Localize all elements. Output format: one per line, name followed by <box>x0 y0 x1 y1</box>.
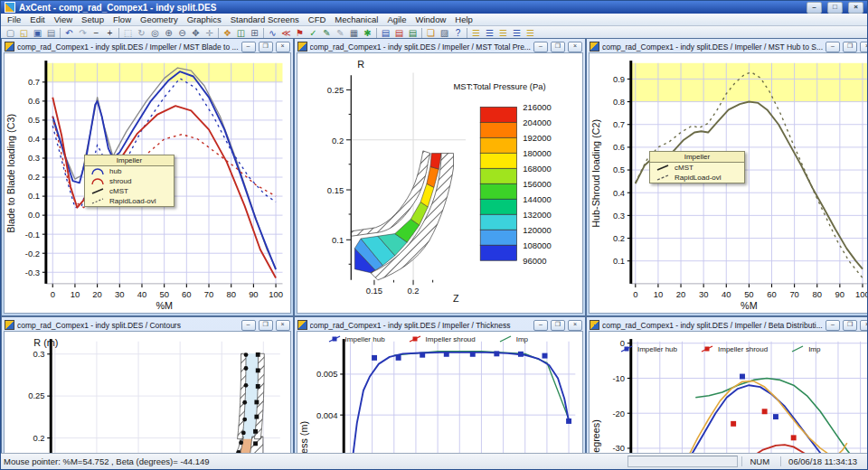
flag-icon[interactable]: ⚑ <box>293 27 307 39</box>
menu-flow[interactable]: Flow <box>108 14 136 25</box>
child-close-button[interactable]: × <box>860 320 868 331</box>
child-titlebar[interactable]: comp_rad_Compex1 - indy split.DES / Impe… <box>589 319 868 331</box>
redo-icon[interactable]: ↷ <box>76 27 90 39</box>
surface-plot-icon[interactable]: ◫ <box>234 27 248 39</box>
copy-icon[interactable]: ▨ <box>438 27 451 39</box>
screen-list-1-icon[interactable]: ☰ <box>469 27 483 39</box>
table-icon[interactable]: ▦ <box>347 27 361 39</box>
report-blue-icon[interactable]: ▤ <box>379 27 392 39</box>
child-titlebar[interactable]: comp_rad_Compex1 - indy split.DES / Impe… <box>297 41 583 52</box>
star-icon[interactable]: ✱ <box>361 27 374 39</box>
child-restore-button[interactable]: ❐ <box>843 42 857 52</box>
palette-icon[interactable]: ❖ <box>221 27 234 39</box>
report-red-icon[interactable]: ▤ <box>392 27 406 39</box>
meridional-contour-plot[interactable]: 0.00.050.10.150.20.250.30.250.20.150.1 <box>5 332 290 470</box>
dotted-line-icon <box>90 197 105 205</box>
open-folder-icon[interactable]: ◱ <box>17 27 31 39</box>
child-restore-button[interactable]: ❐ <box>551 42 565 52</box>
angle-icon[interactable]: ≪ <box>279 27 293 39</box>
screen-list-3-icon[interactable]: ☰ <box>496 27 510 39</box>
menu-mechanical[interactable]: Mechanical <box>330 14 382 25</box>
curve-icon[interactable]: ∿ <box>266 27 279 39</box>
pressure-contour-plot[interactable]: 0.25 0.2 0.15 0.1 0.15 0.2 R Z MST:Total… <box>297 53 582 313</box>
menu-help[interactable]: Help <box>450 14 477 25</box>
flow-path-geometry: R (m) Z (m) <box>33 337 276 470</box>
child-close-button[interactable]: × <box>276 42 290 52</box>
svg-text:40: 40 <box>137 289 146 299</box>
report-green-icon[interactable]: ▤ <box>406 27 420 39</box>
notes-icon[interactable]: ❏ <box>424 27 438 39</box>
magnifier-minus-icon[interactable]: ⊖ <box>175 27 189 39</box>
zoom-out-icon[interactable]: − <box>90 27 103 39</box>
child-close-button[interactable]: × <box>568 320 582 331</box>
screen-list-4-icon[interactable]: ☰ <box>510 27 524 39</box>
maximize-button[interactable]: □ <box>827 2 843 14</box>
menu-graphics[interactable]: Graphics <box>183 14 226 25</box>
child-titlebar[interactable]: comp_rad_Compex1 - indy split.DES / Impe… <box>589 41 868 52</box>
child-minimize-button[interactable]: – <box>241 42 256 52</box>
svg-text:0.1: 0.1 <box>332 235 344 245</box>
child-window-blade-loading: comp_rad_Compex1 - indy split.DES / Impe… <box>1 38 294 316</box>
menu-file[interactable]: File <box>3 14 25 25</box>
child-restore-button[interactable]: ❐ <box>259 320 273 331</box>
screen-list-2-icon[interactable]: ☰ <box>483 27 496 39</box>
close-button[interactable]: × <box>848 2 863 14</box>
new-document-icon[interactable]: ▢ <box>4 27 17 39</box>
magnifier-plus-icon[interactable]: ⊕ <box>162 27 175 39</box>
toolbar-separator <box>421 28 422 38</box>
menu-edit[interactable]: Edit <box>25 14 49 25</box>
svg-text:0.004: 0.004 <box>316 410 337 420</box>
select-region-icon[interactable]: ⬚ <box>121 27 135 39</box>
legend-box[interactable]: Impeller hub shroud cMST RapidLoad-ovl <box>84 155 175 207</box>
menu-setup[interactable]: Setup <box>77 14 108 25</box>
legend-box[interactable]: Impeller cMST RapidLoad-ovl <box>649 151 745 183</box>
magnifier-icon[interactable]: ◎ <box>148 27 162 39</box>
menu-view[interactable]: View <box>50 14 77 25</box>
child-close-button[interactable]: × <box>860 42 868 52</box>
child-minimize-button[interactable]: – <box>533 320 548 331</box>
menu-cfd[interactable]: CFD <box>304 14 331 25</box>
child-titlebar[interactable]: comp_rad_Compex1 - indy split.DES / Cont… <box>4 319 291 331</box>
help-icon[interactable]: ? <box>451 27 465 39</box>
child-titlebar[interactable]: comp_rad_Compex1 - indy split.DES / Impe… <box>297 319 583 331</box>
svg-text:0.2: 0.2 <box>33 433 44 443</box>
check-icon[interactable]: ✓ <box>307 27 320 39</box>
fit-view-icon[interactable]: ✥ <box>189 27 203 39</box>
pen-gray-icon[interactable]: ✎ <box>334 27 347 39</box>
menu-window[interactable]: Window <box>411 14 451 25</box>
refresh-view-icon[interactable]: ↻ <box>135 27 148 39</box>
svg-text:-0.3: -0.3 <box>25 268 40 277</box>
svg-text:132000: 132000 <box>523 210 551 220</box>
thickness-plot[interactable]: 01020304050607080901000.0050.0040.0030.0… <box>297 332 582 470</box>
menu-geometry[interactable]: Geometry <box>136 14 183 25</box>
child-close-button[interactable]: × <box>276 320 290 331</box>
zoom-in-icon[interactable]: + <box>103 27 117 39</box>
minimize-button[interactable]: – <box>807 2 822 14</box>
svg-text:30: 30 <box>115 289 124 299</box>
r-axis-label: R (m) <box>33 337 58 348</box>
undo-icon[interactable]: ↶ <box>62 27 76 39</box>
mouse-pointer-readout: Mouse pointer: %M=54.752 , Beta (degrees… <box>4 456 624 466</box>
pen-green-icon[interactable]: ✎ <box>320 27 334 39</box>
child-minimize-button[interactable]: – <box>241 320 256 331</box>
child-minimize-button[interactable]: – <box>533 42 548 52</box>
child-minimize-button[interactable]: – <box>826 42 840 52</box>
print-icon[interactable]: ▤ <box>44 27 58 39</box>
main-titlebar[interactable]: AxCent - comp_rad_Compex1 - indy split.D… <box>1 1 867 14</box>
menu-agile[interactable]: Agile <box>382 14 410 25</box>
child-minimize-button[interactable]: – <box>826 320 840 331</box>
grid-icon[interactable]: ⊞ <box>248 27 261 39</box>
save-icon[interactable]: ▣ <box>31 27 44 39</box>
menu-standard-screens[interactable]: Standard Screens <box>226 14 304 25</box>
child-restore-button[interactable]: ❐ <box>551 320 565 331</box>
pan-icon[interactable]: ✛ <box>203 27 216 39</box>
child-restore-button[interactable]: ❐ <box>843 320 857 331</box>
child-window-hub-shroud-loading: comp_rad_Compex1 - indy split.DES / Impe… <box>586 38 868 316</box>
child-close-button[interactable]: × <box>568 42 582 52</box>
child-restore-button[interactable]: ❐ <box>259 42 273 52</box>
svg-text:Blade to Blade loading (C3): Blade to Blade loading (C3) <box>5 114 16 233</box>
screen-list-5-icon[interactable]: ☰ <box>524 27 537 39</box>
child-titlebar[interactable]: comp_rad_Compex1 - indy split.DES / Impe… <box>4 41 291 52</box>
plot-icon <box>5 320 14 330</box>
toolbar-separator <box>218 28 219 38</box>
